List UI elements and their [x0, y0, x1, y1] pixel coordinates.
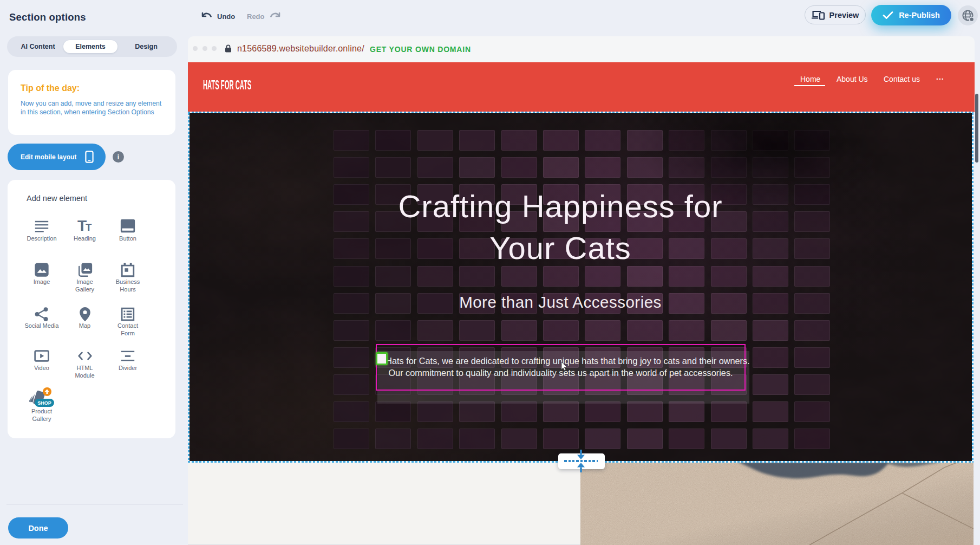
svg-text:SHOP: SHOP — [37, 400, 51, 406]
svg-text:T: T — [85, 222, 92, 233]
